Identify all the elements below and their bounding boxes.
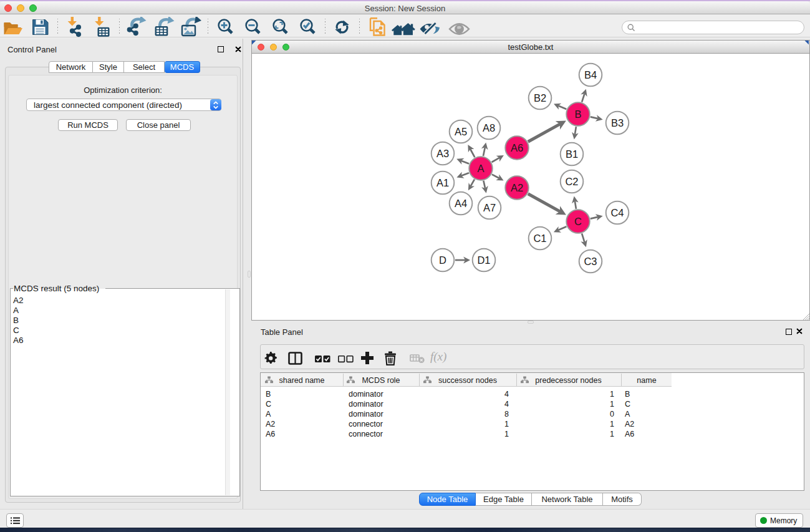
svg-text:D1: D1 xyxy=(477,254,490,266)
svg-text:A8: A8 xyxy=(483,122,495,133)
svg-text:A5: A5 xyxy=(455,126,467,137)
svg-text:B4: B4 xyxy=(584,69,597,80)
svg-text:C1: C1 xyxy=(533,233,546,244)
svg-text:B2: B2 xyxy=(534,92,546,104)
svg-text:C4: C4 xyxy=(610,207,624,218)
svg-text:A1: A1 xyxy=(436,177,449,188)
svg-text:D: D xyxy=(439,254,446,266)
svg-text:A6: A6 xyxy=(511,142,523,153)
svg-text:B1: B1 xyxy=(566,148,578,160)
svg-text:A7: A7 xyxy=(483,202,496,213)
svg-text:C3: C3 xyxy=(584,256,597,267)
svg-text:A4: A4 xyxy=(455,198,467,209)
svg-text:A2: A2 xyxy=(511,182,523,193)
svg-text:C2: C2 xyxy=(565,176,578,187)
svg-text:B: B xyxy=(574,109,581,120)
svg-text:A3: A3 xyxy=(436,148,449,159)
svg-text:B3: B3 xyxy=(611,117,624,128)
svg-text:A: A xyxy=(477,163,484,174)
svg-text:C: C xyxy=(574,216,582,227)
